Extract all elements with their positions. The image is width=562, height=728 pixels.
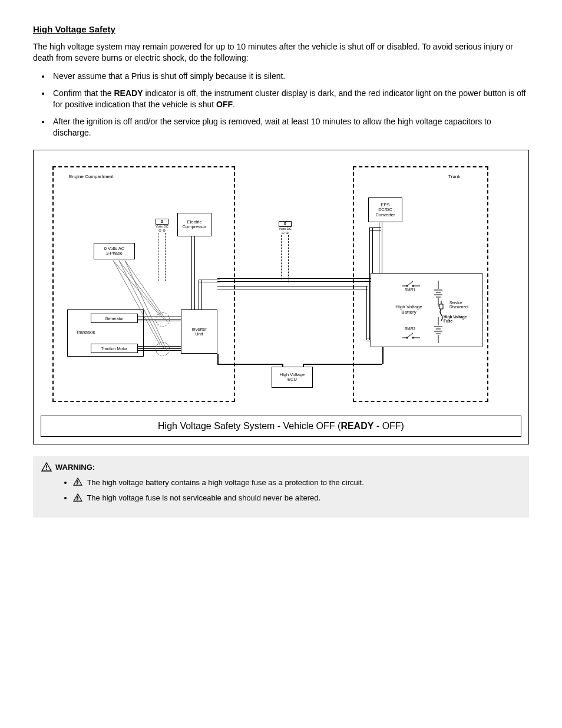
voltmeter-probes: ⊝ ⊕ — [279, 231, 292, 235]
bold-span: OFF — [214, 100, 233, 109]
list-item: Never assume that a Prius is shut off si… — [51, 71, 529, 82]
hv-join — [199, 279, 220, 282]
voltmeter-mid: 0 Volts DC ⊝ ⊕ — [279, 221, 292, 234]
warning-item: The high voltage fuse is not serviceable… — [73, 493, 521, 503]
ecu-wire-left-v — [217, 354, 219, 364]
bold-span: READY — [114, 88, 143, 98]
caption-bold: READY — [340, 421, 373, 431]
caption-suffix: - OFF) — [373, 421, 404, 431]
warning-text: The high voltage battery contains a high… — [87, 478, 363, 487]
shock-hazard-icon — [73, 493, 82, 504]
ecu-wire-right-h — [303, 364, 382, 365]
shock-hazard-icon — [73, 477, 82, 488]
ecu-wire-left-h — [217, 364, 282, 365]
hv-vert-right2 — [366, 286, 370, 340]
section-heading: High Voltage Safety — [33, 24, 529, 35]
hv-cable-compressor — [191, 236, 195, 309]
ecu-wire-right-v — [382, 347, 384, 364]
smr2-icon — [400, 332, 424, 347]
voltmeter-probes: ⊝ ⊕ — [156, 229, 168, 232]
voltmeter-digits: 0 — [279, 221, 292, 226]
smr2-label: SMR2 — [405, 327, 415, 331]
voltmeter-volts-label: Volts DC — [279, 228, 292, 231]
svg-point-9 — [406, 285, 408, 287]
service-disconnect-label: Service Disconnect — [449, 301, 468, 309]
engine-compartment-label: Engine Compartment — [69, 174, 114, 180]
svg-line-4 — [119, 261, 164, 348]
fuse-icon — [437, 301, 445, 321]
warning-triangle-icon — [41, 462, 53, 508]
hv-battery-label: High Voltage Battery — [391, 305, 427, 315]
voltmeter-lead — [288, 235, 289, 282]
ecu-wire-left-v2 — [282, 364, 283, 367]
svg-line-3 — [113, 261, 160, 345]
diag-leads — [108, 259, 185, 353]
voltmeter-volts-label: Volts DC — [156, 225, 168, 229]
svg-line-0 — [113, 261, 160, 316]
hv-fuse-label: High Voltage Fuse — [444, 315, 467, 324]
hv-bus-bottom — [217, 286, 368, 289]
diagram-caption: High Voltage Safety System - Vehicle OFF… — [41, 416, 521, 437]
svg-point-31 — [46, 469, 47, 470]
svg-line-7 — [407, 281, 413, 286]
hv-battery-box — [371, 273, 482, 347]
voltmeter-lead — [281, 235, 282, 279]
hv-ecu-box: High Voltage ECU — [272, 367, 313, 388]
hv-bus-top — [217, 278, 388, 282]
svg-marker-33 — [74, 494, 82, 501]
inverter-box: Inverter Unit — [181, 309, 217, 354]
bullet-list: Never assume that a Prius is shut off si… — [51, 71, 529, 138]
svg-point-10 — [412, 285, 414, 287]
eps-down — [379, 222, 382, 274]
intro-paragraph: The high voltage system may remain power… — [33, 41, 529, 64]
volts-ac-label-box: 0 Volts AC 3-Phase — [94, 243, 135, 259]
svg-point-15 — [412, 337, 414, 339]
svg-marker-32 — [74, 478, 82, 485]
svg-point-14 — [406, 337, 408, 339]
diagram-frame: Engine Compartment Trunk 0 Volts AC 3-Ph… — [33, 150, 529, 444]
list-item: After the ignition is off and/or the ser… — [51, 116, 529, 139]
svg-line-5 — [125, 261, 167, 351]
warning-item: The high voltage battery contains a high… — [73, 477, 521, 488]
list-item: Confirm that the READY indicator is off,… — [51, 88, 529, 110]
hv-vert-inverter — [199, 280, 202, 309]
caption-prefix: High Voltage Safety System - Vehicle OFF… — [158, 421, 340, 431]
warning-box: WARNING: The high voltage battery contai… — [33, 456, 529, 518]
svg-line-1 — [119, 261, 164, 319]
voltmeter-digits: 0 — [156, 219, 168, 224]
text-span: . — [233, 100, 235, 109]
text-span: Confirm that the — [53, 88, 114, 98]
eps-converter-box: EPS DC/DC Converter — [368, 197, 402, 222]
svg-line-12 — [407, 333, 413, 338]
smr1-label: SMR1 — [405, 288, 415, 292]
voltmeter-compressor: 0 Volts DC ⊝ ⊕ — [156, 219, 168, 232]
electric-compressor-box: Electric Compressor — [177, 213, 211, 236]
diagram-canvas: Engine Compartment Trunk 0 Volts AC 3-Ph… — [41, 157, 521, 411]
transaxle-label: Transaxle — [76, 330, 95, 335]
trunk-label: Trunk — [448, 174, 460, 180]
warning-text: The high voltage fuse is not serviceable… — [87, 493, 320, 502]
warning-title: WARNING: — [55, 463, 95, 472]
